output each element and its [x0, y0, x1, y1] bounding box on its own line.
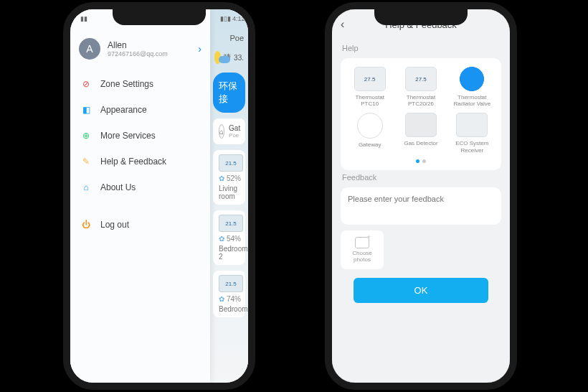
- menu-item-help-feedback[interactable]: ✎Help & Feedback: [70, 149, 210, 174]
- thermostat-icon: 21.5: [219, 275, 243, 292]
- humidity: ✿74%: [219, 295, 240, 303]
- weather-sun-icon: [214, 51, 221, 64]
- device-card[interactable]: 21.5✿52%Living room: [213, 150, 245, 205]
- appearance-icon: ◧: [80, 104, 92, 116]
- drawer-menu: ⊘Zone Settings◧Appearance⊕More Services✎…: [70, 71, 210, 238]
- dot-1: [416, 159, 419, 163]
- help-feedback-icon: ✎: [80, 156, 92, 167]
- room-name: Living room: [219, 185, 240, 200]
- product-image: 27.5: [354, 67, 386, 91]
- droplet-icon: ✿: [219, 174, 224, 182]
- notch: [113, 9, 206, 25]
- thermostat-icon: 21.5: [219, 215, 243, 232]
- product-image: [456, 113, 488, 137]
- menu-label: Log out: [100, 220, 129, 230]
- room-name: Bedroom 2: [219, 245, 240, 261]
- chevron-right-icon: ›: [198, 43, 201, 55]
- droplet-icon: ✿: [219, 235, 224, 243]
- status-bar: ▮▯ ▮4:12: [210, 9, 248, 28]
- choose-photos-button[interactable]: Choose photos: [341, 230, 384, 269]
- status-battery-icon: ▮: [227, 15, 231, 22]
- status-signal-icon: ▮▯: [220, 15, 227, 22]
- log-out-icon: ⏻: [80, 219, 92, 230]
- gateway-title: Gat: [229, 124, 240, 132]
- weather-widget[interactable]: 晴 33.: [210, 48, 248, 70]
- product-caption: Gas Detector: [404, 140, 437, 146]
- status-time: 4:12: [232, 15, 245, 22]
- product-thermostat-ptc10[interactable]: 27.5Thermostat PTC10: [346, 67, 393, 107]
- product-eco-receiver[interactable]: ECO System Receiver: [449, 113, 495, 153]
- product-image: [456, 67, 488, 91]
- avatar: A: [79, 38, 100, 60]
- humidity: ✿54%: [219, 235, 240, 243]
- device-card[interactable]: 21.5✿54%Bedroom 2: [213, 210, 245, 265]
- menu-item-about-us[interactable]: ⌂About Us: [70, 174, 210, 200]
- back-button[interactable]: ‹: [341, 18, 344, 31]
- product-thermostat-valve[interactable]: Thermostat Radiator Valve: [449, 67, 495, 107]
- eco-pill-button[interactable]: 环保接: [213, 73, 245, 113]
- feedback-input[interactable]: [348, 195, 494, 215]
- product-image: [405, 113, 437, 137]
- menu-item-zone-settings[interactable]: ⊘Zone Settings: [70, 71, 210, 97]
- product-image: 27.5: [405, 67, 437, 91]
- device-card[interactable]: 21.5✿74%Bedroom: [213, 271, 245, 317]
- side-drawer: ▮▮ A Allen 972467166@qq.com › ⊘Zone Sett…: [70, 9, 210, 383]
- product-thermostat-ptc20[interactable]: 27.5Thermostat PTC20/26: [397, 67, 444, 107]
- product-gas-detector[interactable]: Gas Detector: [397, 113, 444, 153]
- product-image: [357, 113, 383, 139]
- weather-temp: 33.: [234, 54, 244, 62]
- menu-item-appearance[interactable]: ◧Appearance: [70, 97, 210, 123]
- profile-row[interactable]: A Allen 972467166@qq.com ›: [70, 28, 210, 71]
- page-dots[interactable]: [346, 159, 495, 163]
- gateway-sub: Poe: [229, 132, 240, 139]
- product-gateway[interactable]: Gateway: [346, 113, 393, 153]
- choose-photos-label: Choose photos: [352, 250, 372, 263]
- ok-button[interactable]: OK: [354, 278, 488, 303]
- notch: [374, 9, 468, 25]
- gateway-icon: ⌂: [219, 124, 224, 139]
- products-card: 27.5Thermostat PTC1027.5Thermostat PTC20…: [341, 58, 501, 170]
- product-caption: Gateway: [359, 141, 381, 148]
- zone-settings-icon: ⊘: [80, 78, 92, 90]
- phone-left: ▮▯ ▮4:12 Poe 晴 33. 环保接 ⌂ Gat Poe 21.5✿52…: [63, 2, 255, 390]
- thermostat-icon: 21.5: [219, 154, 243, 172]
- phone-right: ‹ Help & Feedback Help 27.5Thermostat PT…: [325, 2, 517, 390]
- product-caption: ECO System Receiver: [455, 140, 488, 153]
- status-signal-icon: ▮▮: [80, 15, 87, 22]
- gateway-card[interactable]: ⌂ Gat Poe: [213, 118, 245, 144]
- menu-item-more-services[interactable]: ⊕More Services: [70, 123, 210, 149]
- humidity: ✿52%: [219, 174, 240, 182]
- top-tabs[interactable]: Poe: [210, 28, 248, 48]
- tab-label: Poe: [229, 34, 244, 42]
- room-name: Bedroom: [219, 305, 240, 313]
- dot-2: [422, 159, 426, 163]
- home-content: ▮▯ ▮4:12 Poe 晴 33. 环保接 ⌂ Gat Poe 21.5✿52…: [210, 9, 248, 383]
- product-caption: Thermostat PTC20/26: [407, 94, 435, 107]
- help-section-label: Help: [342, 44, 500, 52]
- menu-label: Appearance: [100, 105, 147, 115]
- about-us-icon: ⌂: [80, 182, 92, 193]
- product-caption: Thermostat Radiator Valve: [453, 94, 490, 107]
- photo-add-icon: [355, 237, 369, 248]
- profile-email: 972467166@qq.com: [108, 50, 198, 57]
- menu-item-log-out[interactable]: ⏻Log out: [70, 212, 210, 238]
- product-caption: Thermostat PTC10: [355, 94, 384, 107]
- feedback-section-label: Feedback: [342, 173, 500, 182]
- menu-label: Help & Feedback: [100, 157, 166, 167]
- droplet-icon: ✿: [219, 295, 224, 303]
- more-services-icon: ⊕: [80, 130, 92, 141]
- profile-name: Allen: [108, 40, 198, 50]
- feedback-card: [341, 187, 501, 225]
- menu-label: About Us: [100, 182, 136, 192]
- menu-label: More Services: [100, 131, 156, 141]
- menu-label: Zone Settings: [100, 79, 153, 89]
